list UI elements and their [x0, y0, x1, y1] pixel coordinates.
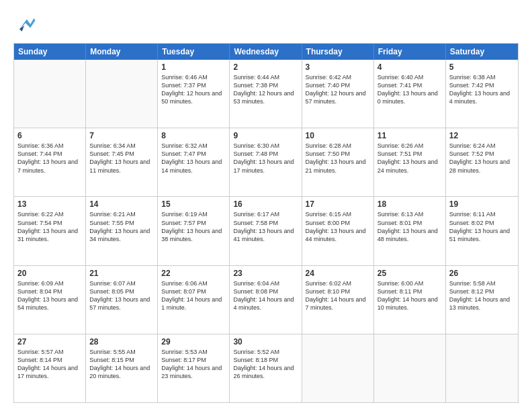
cell-details: Sunrise: 6:44 AM Sunset: 7:38 PM Dayligh… [233, 74, 294, 105]
day-number: 20 [17, 269, 82, 278]
cell-details: Sunrise: 6:15 AM Sunset: 8:00 PM Dayligh… [306, 211, 366, 242]
cell-details: Sunrise: 6:28 AM Sunset: 7:50 PM Dayligh… [306, 142, 366, 173]
day-number: 5 [449, 62, 515, 72]
calendar-cell: 2Sunrise: 6:44 AM Sunset: 7:38 PM Daylig… [230, 60, 302, 128]
header [13, 12, 519, 36]
cell-details: Sunrise: 6:19 AM Sunset: 7:57 PM Dayligh… [161, 211, 222, 242]
cell-details: Sunrise: 5:52 AM Sunset: 8:18 PM Dayligh… [233, 349, 294, 379]
day-number: 19 [449, 199, 515, 209]
calendar-cell: 29Sunrise: 5:53 AM Sunset: 8:17 PM Dayli… [158, 334, 230, 402]
day-number: 13 [17, 199, 82, 209]
cell-details: Sunrise: 6:17 AM Sunset: 7:58 PM Dayligh… [233, 211, 294, 242]
cell-details: Sunrise: 6:02 AM Sunset: 8:10 PM Dayligh… [306, 280, 366, 311]
calendar-cell: 22Sunrise: 6:06 AM Sunset: 8:07 PM Dayli… [158, 266, 230, 334]
header-cell-wednesday: Wednesday [230, 44, 302, 60]
day-number: 1 [161, 62, 226, 72]
day-number: 26 [449, 269, 515, 278]
cell-details: Sunrise: 6:22 AM Sunset: 7:54 PM Dayligh… [17, 211, 78, 242]
day-number: 22 [161, 269, 226, 278]
day-number: 6 [17, 131, 82, 140]
cell-details: Sunrise: 6:24 AM Sunset: 7:52 PM Dayligh… [449, 142, 510, 173]
day-number: 11 [378, 131, 442, 140]
calendar-cell: 5Sunrise: 6:38 AM Sunset: 7:42 PM Daylig… [446, 60, 518, 128]
calendar-cell [86, 60, 158, 128]
calendar-cell: 27Sunrise: 5:57 AM Sunset: 8:14 PM Dayli… [14, 334, 86, 402]
cell-details: Sunrise: 6:21 AM Sunset: 7:55 PM Dayligh… [89, 211, 150, 242]
cell-details: Sunrise: 6:00 AM Sunset: 8:11 PM Dayligh… [378, 280, 438, 311]
page: SundayMondayTuesdayWednesdayThursdayFrid… [0, 0, 532, 411]
cell-details: Sunrise: 6:46 AM Sunset: 7:37 PM Dayligh… [161, 74, 222, 105]
calendar-week-2: 6Sunrise: 6:36 AM Sunset: 7:44 PM Daylig… [14, 128, 518, 197]
day-number: 10 [306, 131, 370, 140]
cell-details: Sunrise: 6:36 AM Sunset: 7:44 PM Dayligh… [17, 142, 78, 173]
calendar-cell: 20Sunrise: 6:09 AM Sunset: 8:04 PM Dayli… [14, 266, 86, 334]
calendar-cell: 25Sunrise: 6:00 AM Sunset: 8:11 PM Dayli… [374, 266, 446, 334]
cell-details: Sunrise: 6:13 AM Sunset: 8:01 PM Dayligh… [378, 211, 438, 242]
day-number: 21 [89, 269, 154, 278]
day-number: 2 [233, 62, 298, 72]
day-number: 24 [306, 269, 370, 278]
calendar-cell: 1Sunrise: 6:46 AM Sunset: 7:37 PM Daylig… [158, 60, 230, 128]
calendar-cell: 21Sunrise: 6:07 AM Sunset: 8:05 PM Dayli… [86, 266, 158, 334]
day-number: 18 [378, 199, 442, 209]
calendar-cell: 30Sunrise: 5:52 AM Sunset: 8:18 PM Dayli… [230, 334, 302, 402]
day-number: 4 [378, 62, 442, 72]
calendar-cell: 12Sunrise: 6:24 AM Sunset: 7:52 PM Dayli… [446, 128, 518, 196]
day-number: 9 [233, 131, 298, 140]
cell-details: Sunrise: 5:53 AM Sunset: 8:17 PM Dayligh… [161, 349, 222, 379]
cell-details: Sunrise: 6:32 AM Sunset: 7:47 PM Dayligh… [161, 142, 222, 173]
cell-details: Sunrise: 6:34 AM Sunset: 7:45 PM Dayligh… [89, 142, 150, 173]
cell-details: Sunrise: 6:30 AM Sunset: 7:48 PM Dayligh… [233, 142, 294, 173]
cell-details: Sunrise: 5:57 AM Sunset: 8:14 PM Dayligh… [17, 349, 78, 379]
day-number: 7 [89, 131, 154, 140]
day-number: 28 [89, 337, 154, 347]
calendar-cell: 10Sunrise: 6:28 AM Sunset: 7:50 PM Dayli… [302, 128, 374, 196]
day-number: 29 [161, 337, 226, 347]
calendar-cell [446, 334, 518, 402]
cell-details: Sunrise: 6:11 AM Sunset: 8:02 PM Dayligh… [449, 211, 510, 242]
calendar-cell [374, 334, 446, 402]
day-number: 8 [161, 131, 226, 140]
header-cell-monday: Monday [86, 44, 158, 60]
logo [13, 12, 40, 36]
day-number: 3 [306, 62, 370, 72]
cell-details: Sunrise: 5:58 AM Sunset: 8:12 PM Dayligh… [449, 280, 510, 311]
cell-details: Sunrise: 6:06 AM Sunset: 8:07 PM Dayligh… [161, 280, 222, 311]
calendar-cell: 26Sunrise: 5:58 AM Sunset: 8:12 PM Dayli… [446, 266, 518, 334]
day-number: 25 [378, 269, 442, 278]
calendar-week-4: 20Sunrise: 6:09 AM Sunset: 8:04 PM Dayli… [14, 266, 518, 334]
calendar-cell: 19Sunrise: 6:11 AM Sunset: 8:02 PM Dayli… [446, 197, 518, 265]
header-cell-friday: Friday [374, 44, 446, 60]
calendar-cell: 6Sunrise: 6:36 AM Sunset: 7:44 PM Daylig… [14, 128, 86, 196]
calendar-cell: 16Sunrise: 6:17 AM Sunset: 7:58 PM Dayli… [230, 197, 302, 265]
day-number: 12 [449, 131, 515, 140]
day-number: 23 [233, 269, 298, 278]
cell-details: Sunrise: 6:42 AM Sunset: 7:40 PM Dayligh… [306, 74, 366, 105]
day-number: 30 [233, 337, 298, 347]
header-cell-thursday: Thursday [302, 44, 374, 60]
header-cell-tuesday: Tuesday [158, 44, 230, 60]
calendar-cell: 11Sunrise: 6:26 AM Sunset: 7:51 PM Dayli… [374, 128, 446, 196]
calendar-cell: 13Sunrise: 6:22 AM Sunset: 7:54 PM Dayli… [14, 197, 86, 265]
calendar-cell: 9Sunrise: 6:30 AM Sunset: 7:48 PM Daylig… [230, 128, 302, 196]
day-number: 15 [161, 199, 226, 209]
calendar-header-row: SundayMondayTuesdayWednesdayThursdayFrid… [14, 44, 518, 60]
cell-details: Sunrise: 6:38 AM Sunset: 7:42 PM Dayligh… [449, 74, 510, 105]
calendar-cell: 15Sunrise: 6:19 AM Sunset: 7:57 PM Dayli… [158, 197, 230, 265]
logo-bird-icon [13, 12, 38, 36]
header-cell-saturday: Saturday [446, 44, 518, 60]
day-number: 14 [89, 199, 154, 209]
cell-details: Sunrise: 6:04 AM Sunset: 8:08 PM Dayligh… [233, 280, 294, 311]
calendar-cell: 18Sunrise: 6:13 AM Sunset: 8:01 PM Dayli… [374, 197, 446, 265]
day-number: 27 [17, 337, 82, 347]
cell-details: Sunrise: 6:09 AM Sunset: 8:04 PM Dayligh… [17, 280, 78, 311]
day-number: 16 [233, 199, 298, 209]
calendar-cell: 8Sunrise: 6:32 AM Sunset: 7:47 PM Daylig… [158, 128, 230, 196]
calendar-cell: 24Sunrise: 6:02 AM Sunset: 8:10 PM Dayli… [302, 266, 374, 334]
day-number: 17 [306, 199, 370, 209]
calendar-cell: 4Sunrise: 6:40 AM Sunset: 7:41 PM Daylig… [374, 60, 446, 128]
cell-details: Sunrise: 6:40 AM Sunset: 7:41 PM Dayligh… [378, 74, 438, 105]
calendar-week-1: 1Sunrise: 6:46 AM Sunset: 7:37 PM Daylig… [14, 60, 518, 128]
calendar: SundayMondayTuesdayWednesdayThursdayFrid… [13, 43, 519, 403]
calendar-cell: 28Sunrise: 5:55 AM Sunset: 8:15 PM Dayli… [86, 334, 158, 402]
